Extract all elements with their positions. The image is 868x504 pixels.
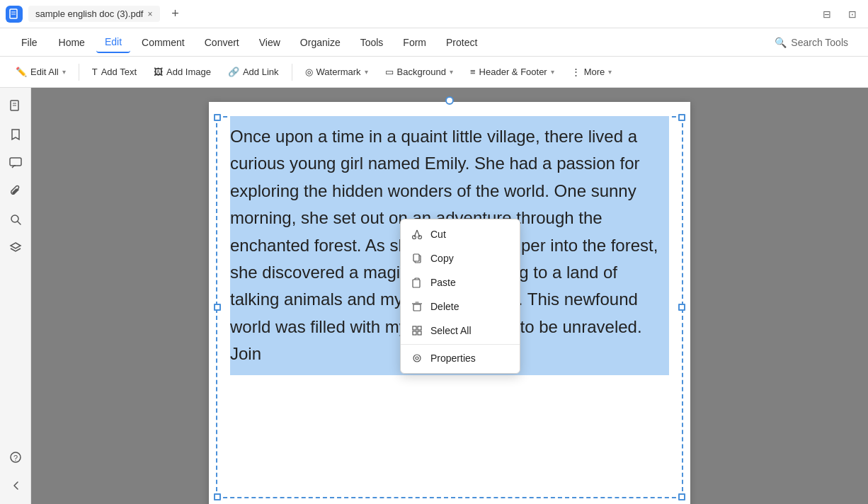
- handle-top-left: [214, 114, 221, 121]
- pdf-page: Once upon a time in a quaint little vill…: [209, 102, 690, 504]
- background-icon: ▭: [385, 67, 394, 77]
- sidebar-item-help[interactable]: ?: [3, 445, 28, 470]
- add-image-button[interactable]: 🖼 Add Image: [147, 63, 218, 81]
- handle-top-right: [678, 114, 685, 121]
- handle-middle-left: [214, 304, 221, 311]
- edit-all-chevron: ▾: [62, 68, 66, 76]
- header-footer-button[interactable]: ≡ Header & Footer ▾: [463, 63, 561, 81]
- add-link-label: Add Link: [243, 67, 279, 77]
- menu-protect[interactable]: Protect: [438, 33, 486, 52]
- context-menu-select-all[interactable]: Select All: [401, 319, 520, 343]
- menu-form[interactable]: Form: [394, 33, 435, 52]
- watermark-icon: ◎: [305, 67, 313, 77]
- menu-organize[interactable]: Organize: [292, 33, 349, 52]
- search-tools-icon: 🔍: [775, 37, 787, 48]
- maximize-button[interactable]: ⊡: [843, 4, 862, 24]
- sidebar-item-pages[interactable]: [3, 93, 28, 119]
- svg-rect-18: [413, 304, 421, 311]
- more-label: More: [584, 67, 605, 77]
- more-chevron: ▾: [608, 68, 612, 76]
- context-menu-cut[interactable]: Cut: [401, 222, 520, 246]
- context-menu-copy-label: Copy: [430, 253, 454, 264]
- context-menu-properties-label: Properties: [430, 353, 476, 364]
- sidebar-item-comments[interactable]: [3, 150, 28, 176]
- svg-rect-21: [418, 326, 421, 330]
- add-image-label: Add Image: [166, 67, 211, 77]
- menu-bar: File Home Edit Comment Convert View Orga…: [0, 28, 868, 57]
- menu-edit[interactable]: Edit: [96, 32, 130, 53]
- toolbar-divider-1: [79, 64, 79, 81]
- document-tab[interactable]: sample english doc (3).pdf ×: [28, 6, 160, 22]
- menu-view[interactable]: View: [251, 33, 289, 52]
- context-menu: Cut Copy Paste: [400, 219, 520, 374]
- svg-point-24: [413, 355, 421, 362]
- paste-icon: [411, 276, 423, 289]
- menu-home[interactable]: Home: [50, 33, 93, 52]
- tab-title: sample english doc (3).pdf: [35, 8, 143, 19]
- menu-convert[interactable]: Convert: [196, 33, 248, 52]
- new-tab-button[interactable]: +: [166, 4, 185, 24]
- svg-text:?: ?: [13, 454, 18, 462]
- handle-bottom-left: [214, 493, 221, 500]
- watermark-label: Watermark: [316, 67, 361, 77]
- header-footer-chevron: ▾: [551, 68, 554, 76]
- header-footer-icon: ≡: [470, 67, 476, 77]
- edit-all-button[interactable]: ✏️ Edit All ▾: [8, 63, 73, 81]
- context-menu-properties[interactable]: Properties: [401, 346, 520, 370]
- context-menu-divider: [401, 344, 520, 345]
- minimize-button[interactable]: ⊟: [817, 4, 837, 24]
- context-menu-delete[interactable]: Delete: [401, 294, 520, 319]
- menu-file[interactable]: File: [11, 33, 47, 52]
- add-link-button[interactable]: 🔗 Add Link: [221, 63, 286, 81]
- svg-rect-23: [418, 331, 421, 335]
- background-label: Background: [397, 67, 446, 77]
- handle-middle-right: [678, 304, 685, 311]
- cut-icon: [411, 228, 423, 241]
- window-controls: ⊟ ⊡: [817, 4, 862, 24]
- background-button[interactable]: ▭ Background ▾: [378, 63, 460, 81]
- content-area: Once upon a time in a quaint little vill…: [31, 88, 868, 504]
- context-menu-cut-label: Cut: [430, 229, 446, 240]
- sidebar-bottom: ?: [3, 445, 28, 498]
- sidebar-item-layers[interactable]: [3, 235, 28, 260]
- sidebar-item-bookmarks[interactable]: [3, 122, 28, 147]
- menu-comment[interactable]: Comment: [133, 33, 193, 52]
- search-tools-button[interactable]: 🔍 Search Tools: [766, 33, 857, 52]
- context-menu-popup: Cut Copy Paste: [400, 219, 520, 374]
- context-menu-paste-label: Paste: [430, 277, 456, 288]
- context-menu-select-all-label: Select All: [430, 325, 472, 336]
- title-bar: sample english doc (3).pdf × + ⊟ ⊡: [0, 0, 868, 28]
- app-icon: [6, 6, 23, 23]
- edit-all-label: Edit All: [30, 67, 59, 77]
- tab-close-button[interactable]: ×: [147, 9, 152, 19]
- watermark-chevron: ▾: [365, 68, 368, 76]
- context-menu-delete-label: Delete: [430, 301, 459, 312]
- sidebar-item-search[interactable]: [3, 207, 28, 232]
- delete-icon: [411, 300, 423, 313]
- watermark-button[interactable]: ◎ Watermark ▾: [298, 63, 375, 81]
- context-menu-copy[interactable]: Copy: [401, 246, 520, 270]
- search-tools-label: Search Tools: [791, 37, 848, 48]
- svg-line-8: [18, 222, 21, 224]
- edit-all-icon: ✏️: [16, 67, 27, 77]
- toolbar: ✏️ Edit All ▾ T Add Text 🖼 Add Image 🔗 A…: [0, 57, 868, 88]
- svg-rect-20: [413, 326, 416, 330]
- more-button[interactable]: ⋮ More ▾: [564, 63, 619, 81]
- copy-icon: [411, 252, 423, 265]
- main-layout: ? Once upon a time in a quaint little: [0, 88, 868, 504]
- add-link-icon: 🔗: [228, 67, 239, 77]
- sidebar-item-collapse[interactable]: [3, 473, 28, 498]
- menu-tools[interactable]: Tools: [352, 33, 392, 52]
- svg-rect-17: [413, 280, 420, 287]
- add-text-button[interactable]: T Add Text: [85, 63, 144, 81]
- sidebar-item-attachments[interactable]: [3, 178, 28, 204]
- add-text-label: Add Text: [101, 67, 137, 77]
- svg-rect-16: [413, 254, 419, 261]
- context-menu-paste[interactable]: Paste: [401, 270, 520, 294]
- background-chevron: ▾: [450, 68, 453, 76]
- header-footer-label: Header & Footer: [479, 67, 547, 77]
- add-image-icon: 🖼: [154, 67, 163, 77]
- handle-rotate: [445, 96, 454, 105]
- properties-icon: [411, 352, 423, 365]
- sidebar: ?: [0, 88, 31, 504]
